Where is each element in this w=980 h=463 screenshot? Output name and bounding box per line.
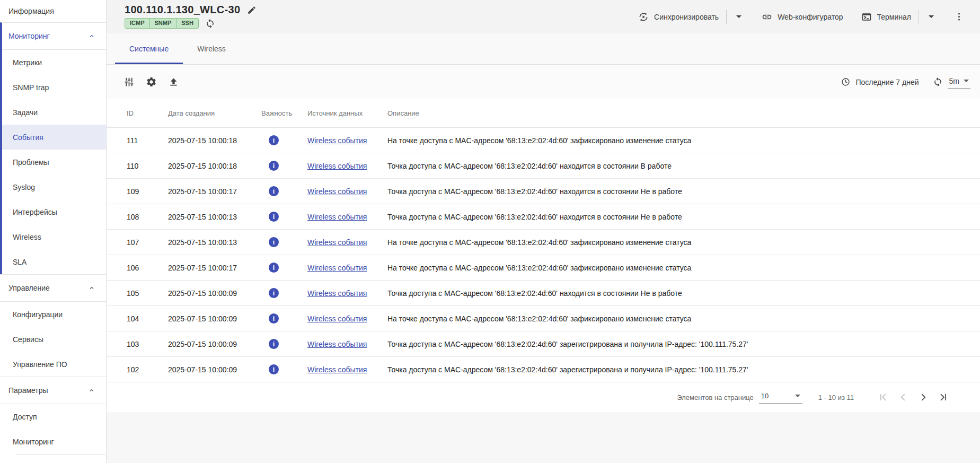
- sidebar-item[interactable]: Проблемы: [2, 150, 106, 174]
- tab-wireless-events[interactable]: Wireless: [183, 33, 240, 64]
- sidebar-item[interactable]: SLA: [2, 249, 106, 274]
- terminal-dropdown-button[interactable]: [926, 13, 936, 20]
- items-per-page-select[interactable]: 10: [759, 391, 802, 404]
- sidebar-item[interactable]: Мониторинг: [0, 429, 106, 454]
- tab-label: Wireless: [197, 45, 226, 53]
- table-row[interactable]: 1112025-07-15 10:00:18Wireless событияНа…: [107, 128, 980, 153]
- table-row[interactable]: 1042025-07-15 10:00:09Wireless событияНа…: [107, 306, 980, 331]
- info-severity-icon: [269, 364, 279, 374]
- refresh-button[interactable]: [933, 77, 943, 87]
- events-table: IDДата созданияВажностьИсточник данныхОп…: [107, 99, 980, 412]
- source-link[interactable]: Wireless события: [307, 365, 367, 374]
- next-page-button[interactable]: [916, 390, 930, 404]
- sync-button[interactable]: Синхронизировать: [638, 12, 719, 22]
- chevron-up-icon: [88, 32, 95, 40]
- page-title: 100.110.1.130_WLC-30: [125, 4, 240, 16]
- source-link[interactable]: Wireless события: [307, 162, 367, 170]
- sidebar-bottom-divider: [16, 454, 106, 455]
- sidebar-item[interactable]: Syslog: [2, 174, 106, 199]
- cell-source: Wireless события: [300, 264, 380, 272]
- tab-system-events[interactable]: Системные: [115, 33, 183, 64]
- refresh-status-button[interactable]: [205, 19, 215, 29]
- sidebar-item[interactable]: Сервисы: [0, 327, 106, 352]
- tab-bar: Системные Wireless: [107, 33, 980, 65]
- cell-id: 107: [119, 238, 161, 247]
- table-row[interactable]: 1032025-07-15 10:00:09Wireless событияТо…: [107, 331, 980, 357]
- sidebar-item[interactable]: Информация: [0, 0, 106, 22]
- table-row[interactable]: 1022025-07-15 10:00:09Wireless событияТо…: [107, 357, 980, 382]
- cell-id: 105: [119, 289, 161, 298]
- first-page-button[interactable]: [876, 390, 890, 404]
- cell-severity: [254, 339, 300, 349]
- column-header: Описание: [380, 109, 967, 117]
- cell-id: 106: [119, 264, 161, 272]
- source-link[interactable]: Wireless события: [307, 264, 367, 272]
- table-row[interactable]: 1082025-07-15 10:00:13Wireless событияТо…: [107, 204, 980, 230]
- sidebar-section-header[interactable]: Мониторинг: [2, 23, 106, 50]
- cell-source: Wireless события: [300, 162, 380, 170]
- source-link[interactable]: Wireless события: [307, 136, 367, 145]
- cell-description: Точка доступа с MAC-адресом '68:13:e2:02…: [380, 340, 967, 348]
- webconfig-button[interactable]: Web-конфигуратор: [762, 12, 843, 22]
- terminal-icon: [861, 12, 872, 22]
- cell-created: 2025-07-15 10:00:17: [161, 187, 254, 196]
- refresh-interval-select[interactable]: 5m: [948, 76, 970, 89]
- cell-id: 109: [119, 187, 161, 196]
- export-button[interactable]: [168, 76, 179, 88]
- cell-description: На точке доступа с MAC-адресом '68:13:e2…: [380, 238, 967, 247]
- edit-title-button[interactable]: [247, 5, 257, 15]
- table-row[interactable]: 1092025-07-15 10:00:17Wireless событияТо…: [107, 179, 980, 204]
- settings-button[interactable]: [146, 76, 157, 88]
- cell-created: 2025-07-15 10:00:09: [161, 315, 254, 323]
- sidebar-item[interactable]: SNMP trap: [2, 75, 106, 100]
- protocol-badge: SNMP: [149, 18, 177, 29]
- source-link[interactable]: Wireless события: [307, 315, 367, 323]
- page-header: 100.110.1.130_WLC-30 ICMP SNMP SSH: [107, 0, 980, 33]
- cell-description: На точке доступа с MAC-адресом '68:13:e2…: [380, 315, 967, 323]
- source-link[interactable]: Wireless события: [307, 340, 367, 348]
- cell-created: 2025-07-15 10:00:18: [161, 136, 254, 145]
- cell-created: 2025-07-15 10:00:09: [161, 289, 254, 298]
- source-link[interactable]: Wireless события: [307, 289, 367, 298]
- cell-source: Wireless события: [300, 340, 380, 348]
- table-row[interactable]: 1052025-07-15 10:00:09Wireless событияТо…: [107, 281, 980, 306]
- prev-page-button[interactable]: [896, 390, 910, 404]
- sidebar-item[interactable]: Задачи: [2, 100, 106, 125]
- sidebar-section-header[interactable]: Управление: [0, 275, 106, 302]
- table-body: 1112025-07-15 10:00:18Wireless событияНа…: [107, 128, 980, 382]
- source-link[interactable]: Wireless события: [307, 238, 367, 247]
- sidebar-section-header[interactable]: Параметры: [0, 377, 106, 404]
- protocol-badge: SSH: [176, 18, 199, 29]
- source-link[interactable]: Wireless события: [307, 187, 367, 196]
- more-menu-button[interactable]: [954, 12, 964, 22]
- refresh-icon: [933, 77, 943, 87]
- table-row[interactable]: 1102025-07-15 10:00:18Wireless событияТо…: [107, 153, 980, 179]
- kebab-menu-icon: [954, 12, 964, 22]
- pager-controls: [876, 390, 950, 404]
- sync-dropdown-button[interactable]: [734, 13, 744, 20]
- cell-severity: [254, 135, 300, 145]
- webconfig-button-label: Web-конфигуратор: [778, 13, 843, 21]
- cell-description: Точка доступа с MAC-адресом '68:13:e2:02…: [380, 187, 967, 196]
- terminal-button[interactable]: Терминал: [861, 12, 911, 22]
- info-severity-icon: [269, 339, 279, 349]
- sidebar-item[interactable]: Метрики: [2, 50, 106, 75]
- sidebar-item[interactable]: Конфигурации: [0, 302, 106, 327]
- sidebar-item[interactable]: Wireless: [2, 224, 106, 249]
- sidebar-item[interactable]: Интерфейсы: [2, 199, 106, 224]
- table-row[interactable]: 1062025-07-15 10:00:17Wireless событияНа…: [107, 255, 980, 281]
- sidebar-item[interactable]: Доступ: [0, 404, 106, 429]
- sidebar-item[interactable]: События: [2, 125, 106, 150]
- items-per-page-label: Элементов на странице: [677, 394, 754, 401]
- filter-button[interactable]: [123, 76, 135, 88]
- filter-icon: [123, 76, 135, 88]
- last-page-button[interactable]: [937, 390, 950, 404]
- table-header-row: IDДата созданияВажностьИсточник данныхОп…: [107, 99, 980, 128]
- source-link[interactable]: Wireless события: [307, 213, 367, 221]
- first-page-icon: [877, 391, 889, 403]
- chevron-left-icon: [897, 391, 909, 403]
- sidebar-section-label: Управление: [8, 284, 50, 292]
- table-row[interactable]: 1072025-07-15 10:00:13Wireless событияНа…: [107, 230, 980, 255]
- sidebar-item[interactable]: Управление ПО: [0, 352, 106, 377]
- time-range-button[interactable]: Последние 7 дней: [841, 77, 919, 87]
